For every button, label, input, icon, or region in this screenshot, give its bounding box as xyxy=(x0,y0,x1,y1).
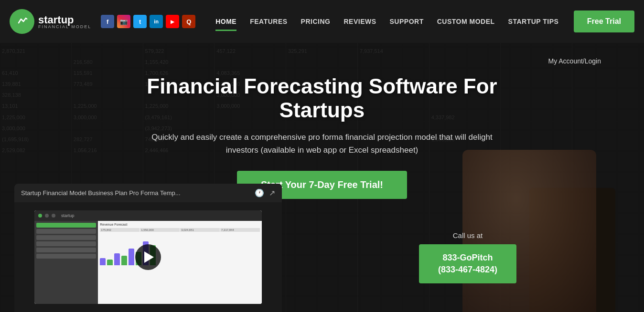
nav-home[interactable]: HOME xyxy=(210,14,242,29)
logo-sub: FINANCIAL MODEL xyxy=(38,24,91,29)
my-account-link[interactable]: My Account/Login xyxy=(548,57,601,65)
nav-features[interactable]: FEATURES xyxy=(244,14,293,29)
facebook-icon[interactable]: f xyxy=(101,15,114,28)
hero-content: My Account/Login Financial Forecasting S… xyxy=(0,43,644,312)
free-trial-button[interactable]: Free Trial xyxy=(574,10,634,32)
social-icons: f 📷 t in ▶ Q xyxy=(101,15,195,28)
play-icon xyxy=(144,251,154,263)
clock-icon: 🕐 xyxy=(255,188,264,198)
hero-section: 2,870,32161,410139,881328,13813,1011,225… xyxy=(0,43,644,312)
call-label: Call us at xyxy=(453,231,483,239)
logo[interactable]: startup FINANCIAL MODEL xyxy=(10,9,91,34)
share-icon[interactable]: ↗ xyxy=(269,188,275,198)
bottom-area: Startup Financial Model Business Plan Pr… xyxy=(0,184,644,312)
video-thumbnail[interactable]: startup Rev xyxy=(14,202,282,312)
nav-startup-tips[interactable]: STARTUP TIPS xyxy=(503,14,565,29)
video-container: Startup Financial Model Business Plan Pr… xyxy=(14,184,282,312)
hero-subtitle: Quickly and easily create a comprehensiv… xyxy=(136,131,508,156)
call-area: Call us at 833-GoPitch (833-467-4824) xyxy=(282,231,625,312)
twitter-icon[interactable]: t xyxy=(133,15,147,28)
hero-title: Financial Forecasting Software For Start… xyxy=(107,74,537,122)
nav-reviews[interactable]: REVIEWS xyxy=(338,14,382,29)
header: startup FINANCIAL MODEL f 📷 t in ▶ Q HOM… xyxy=(0,0,644,43)
logo-icon xyxy=(10,9,34,34)
call-button[interactable]: 833-GoPitch (833-467-4824) xyxy=(419,244,516,283)
call-number-line2: (833-467-4824) xyxy=(438,265,497,274)
svg-point-0 xyxy=(15,15,29,28)
video-inner-header: startup xyxy=(34,210,262,221)
nav-pricing[interactable]: PRICING xyxy=(295,14,336,29)
video-sidebar xyxy=(34,221,98,304)
video-main-content: Revenue Forecast 175,842 1,550,000 3,024… xyxy=(98,221,262,304)
video-title: Startup Financial Model Business Plan Pr… xyxy=(21,189,250,197)
video-chart xyxy=(100,237,260,265)
youtube-icon[interactable]: ▶ xyxy=(166,15,179,28)
play-button[interactable] xyxy=(135,244,161,270)
instagram-icon[interactable]: 📷 xyxy=(117,15,130,28)
call-number-line1: 833-GoPitch xyxy=(442,253,493,262)
video-header: Startup Financial Model Business Plan Pr… xyxy=(14,184,282,202)
linkedin-icon[interactable]: in xyxy=(150,15,163,28)
main-nav: HOME FEATURES PRICING REVIEWS SUPPORT CU… xyxy=(210,14,574,29)
nav-support[interactable]: SUPPORT xyxy=(384,14,429,29)
nav-custom-model[interactable]: CUSTOM MODEL xyxy=(431,14,501,29)
quora-icon[interactable]: Q xyxy=(182,15,195,28)
